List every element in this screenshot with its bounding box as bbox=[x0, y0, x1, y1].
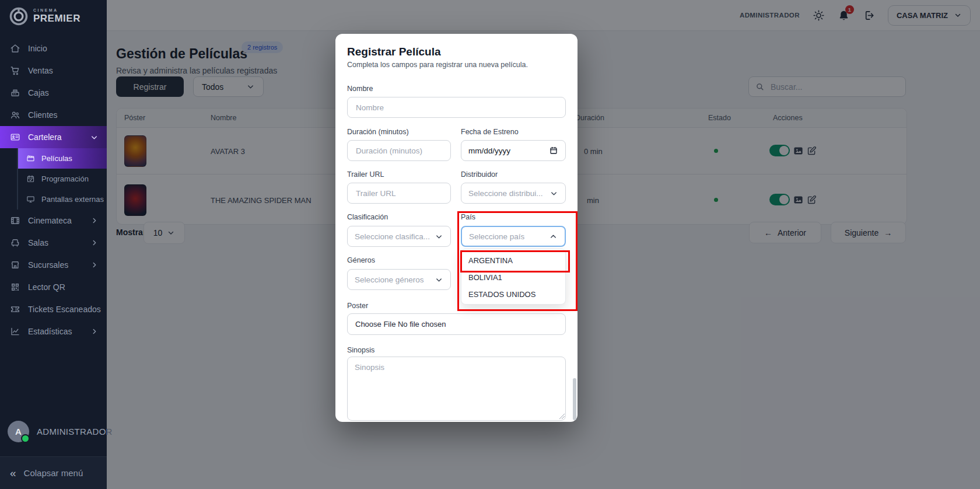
modal-subtitle: Completa los campos para registrar una n… bbox=[347, 61, 528, 69]
users-icon bbox=[10, 110, 20, 120]
sidebar-item-label: Cajas bbox=[28, 88, 49, 97]
cart-icon bbox=[10, 65, 20, 76]
distributor-select[interactable]: Seleccione distribui... bbox=[461, 183, 566, 204]
sidebar-item-cajas[interactable]: Cajas bbox=[0, 82, 107, 104]
synopsis-label: Sinopsis bbox=[347, 346, 374, 354]
release-date-label: Fecha de Estreno bbox=[461, 128, 519, 136]
classification-label: Clasificación bbox=[347, 213, 388, 221]
distributor-placeholder: Seleccione distribui... bbox=[468, 189, 543, 198]
qr-code-icon bbox=[10, 282, 20, 292]
country-option-bolivia1[interactable]: BOLIVIA1 bbox=[461, 269, 565, 286]
avatar-initial: A bbox=[15, 427, 22, 436]
film-strip-icon bbox=[10, 215, 20, 226]
name-field bbox=[347, 97, 566, 118]
trailer-field bbox=[347, 183, 451, 204]
genres-placeholder: Seleccione géneros bbox=[355, 275, 424, 284]
sidebar-subitem-label: Pantallas externas bbox=[41, 195, 104, 204]
sidebar-item-cartelera[interactable]: Cartelera bbox=[0, 126, 107, 148]
duration-field bbox=[347, 140, 451, 161]
chevron-up-icon bbox=[549, 232, 558, 241]
chart-icon bbox=[10, 326, 20, 337]
sidebar-item-inicio[interactable]: Inicio bbox=[0, 37, 107, 60]
avatar: A bbox=[8, 421, 29, 442]
sidebar-item-salas[interactable]: Salas bbox=[0, 232, 107, 254]
sidebar-nav: Inicio Ventas Cajas Clientes Cartelera bbox=[0, 37, 107, 343]
sidebar-item-label: Cartelera bbox=[28, 132, 62, 142]
sidebar-subitem-label: Programación bbox=[41, 174, 89, 183]
release-date-input[interactable]: mm/dd/yyyy bbox=[461, 140, 566, 161]
poster-file-input[interactable]: Choose File No file chosen bbox=[347, 313, 566, 335]
distributor-label: Distribuidor bbox=[461, 170, 498, 179]
sidebar-item-label: Salas bbox=[28, 238, 48, 247]
modal-scrollbar-thumb[interactable] bbox=[573, 378, 576, 420]
seat-icon bbox=[10, 237, 20, 248]
collapse-menu-label: Colapsar menú bbox=[24, 468, 83, 478]
sidebar-item-lector-qr[interactable]: Lector QR bbox=[0, 276, 107, 298]
cartelera-submenu: Películas Programación Pantallas externa… bbox=[17, 148, 107, 209]
cash-register-icon bbox=[10, 88, 20, 98]
synopsis-textarea[interactable] bbox=[347, 357, 566, 421]
chevron-down-icon bbox=[90, 133, 99, 142]
country-dropdown: ARGENTINA BOLIVIA1 ESTADOS UNIDOS bbox=[461, 249, 566, 305]
classification-select[interactable]: Seleccione clasifica... bbox=[347, 226, 451, 247]
sidebar-item-clientes[interactable]: Clientes bbox=[0, 104, 107, 126]
name-input[interactable] bbox=[355, 103, 558, 113]
sidebar-item-label: Lector QR bbox=[28, 282, 65, 292]
trailer-label: Trailer URL bbox=[347, 170, 384, 179]
genres-select[interactable]: Seleccione géneros bbox=[347, 269, 451, 290]
sidebar-user-name: ADMINISTRADOR bbox=[37, 427, 113, 436]
store-icon bbox=[10, 260, 20, 270]
sidebar-item-label: Clientes bbox=[28, 110, 58, 120]
sidebar-item-estadisticas[interactable]: Estadísticas bbox=[0, 320, 107, 343]
sidebar-item-label: Sucursales bbox=[28, 260, 68, 270]
country-option-estados-unidos[interactable]: ESTADOS UNIDOS bbox=[461, 286, 565, 303]
release-date-value: mm/dd/yyyy bbox=[468, 146, 510, 155]
trailer-input[interactable] bbox=[355, 188, 443, 198]
file-input-text: Choose File No file chosen bbox=[355, 320, 446, 329]
monitor-icon bbox=[26, 195, 35, 204]
country-option-argentina[interactable]: ARGENTINA bbox=[461, 252, 565, 269]
clapperboard-icon bbox=[26, 154, 35, 163]
country-placeholder: Seleccione país bbox=[469, 232, 524, 241]
country-select[interactable]: Seleccione país bbox=[461, 226, 566, 247]
duration-label: Duración (minutos) bbox=[347, 128, 409, 136]
chevron-down-icon bbox=[435, 232, 443, 241]
home-icon bbox=[10, 43, 20, 54]
collapse-menu-button[interactable]: « Colapsar menú bbox=[0, 456, 107, 489]
sidebar-item-ventas[interactable]: Ventas bbox=[0, 60, 107, 82]
sidebar-item-tickets-escaneados[interactable]: Tickets Escaneados bbox=[0, 298, 107, 320]
sidebar-subitem-programacion[interactable]: Programación bbox=[18, 169, 107, 189]
chevron-down-icon bbox=[550, 189, 558, 198]
chevron-right-icon bbox=[90, 239, 99, 247]
sidebar-subitem-pantallas-externas[interactable]: Pantallas externas bbox=[18, 189, 107, 209]
poster-label: Poster bbox=[347, 302, 368, 310]
sidebar-item-label: Inicio bbox=[28, 44, 47, 53]
ticket-icon bbox=[10, 304, 20, 315]
online-status-dot bbox=[21, 434, 30, 443]
name-label: Nombre bbox=[347, 85, 373, 93]
country-label: País bbox=[461, 213, 475, 221]
sidebar-item-label: Ventas bbox=[28, 66, 53, 75]
sidebar-subitem-label: Películas bbox=[41, 154, 72, 163]
modal-title: Registrar Película bbox=[347, 46, 441, 58]
classification-placeholder: Seleccione clasifica... bbox=[355, 232, 430, 241]
chevron-right-icon bbox=[90, 327, 99, 336]
sidebar-item-label: Estadísticas bbox=[28, 327, 72, 336]
chevron-down-icon bbox=[435, 275, 443, 284]
calendar-icon[interactable] bbox=[549, 146, 558, 155]
register-movie-modal: Registrar Película Completa los campos p… bbox=[335, 34, 578, 422]
brand-logo[interactable]: CINEMA PREMIER bbox=[8, 6, 80, 27]
calendar-check-icon bbox=[26, 174, 35, 183]
sidebar-user[interactable]: A ADMINISTRADOR bbox=[8, 421, 113, 442]
app-screen: CINEMA PREMIER Inicio Ventas Cajas Clien… bbox=[0, 0, 980, 489]
sidebar-subitem-peliculas[interactable]: Películas bbox=[18, 148, 107, 169]
duration-input[interactable] bbox=[355, 146, 443, 156]
sidebar: CINEMA PREMIER Inicio Ventas Cajas Clien… bbox=[0, 0, 107, 489]
premier-logo-icon bbox=[8, 6, 29, 27]
sidebar-item-sucursales[interactable]: Sucursales bbox=[0, 254, 107, 276]
sidebar-item-label: Cinemateca bbox=[28, 216, 72, 225]
sidebar-item-label: Tickets Escaneados bbox=[28, 305, 101, 314]
chevron-right-icon bbox=[90, 216, 99, 225]
textarea-resize-handle[interactable] bbox=[559, 414, 565, 419]
sidebar-item-cinemateca[interactable]: Cinemateca bbox=[0, 209, 107, 232]
